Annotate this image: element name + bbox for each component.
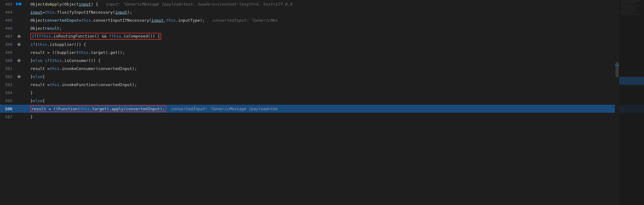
code-line: result = this.invokeFunction(convertedIn… xyxy=(28,81,644,89)
debug-marker-col xyxy=(22,0,28,8)
code-line: } else { xyxy=(28,72,644,81)
breakpoint-col xyxy=(15,97,22,105)
code-line: } else { xyxy=(28,97,644,105)
code-line: result = ((Supplier)this.target).get(); xyxy=(28,48,644,56)
minimap xyxy=(619,0,644,205)
table-row: 506 result = ((Function)this.target).app… xyxy=(0,105,644,113)
debug-col xyxy=(22,113,28,121)
line-number: 504 xyxy=(0,89,15,97)
debug-col xyxy=(22,24,28,32)
code-line: result = ((Function)this.target).apply(c… xyxy=(28,105,644,113)
table-row: 496 Object result; xyxy=(0,24,644,32)
debug-col xyxy=(22,48,28,56)
code-line: } xyxy=(28,89,644,97)
table-row: 502 } else { xyxy=(0,72,644,81)
debug-col xyxy=(22,40,28,48)
line-number: 499 xyxy=(0,48,15,56)
line-number: 494 xyxy=(0,8,15,16)
breakpoint-col xyxy=(15,24,22,32)
line-number: 497 xyxy=(0,32,15,40)
code-line: } else if (this.isConsumer()) { xyxy=(28,56,644,64)
table-row: 494 input = this.fluxifyInputIfNecessary… xyxy=(0,8,644,16)
line-number: 496 xyxy=(0,24,15,32)
scrollbar-track[interactable] xyxy=(615,0,619,205)
debug-col xyxy=(22,81,28,89)
debug-col xyxy=(22,8,28,16)
breakpoint-col xyxy=(15,40,22,48)
line-number: 500 xyxy=(0,56,15,64)
code-line: if (!this.isRoutingFunction() && !this.i… xyxy=(28,32,644,40)
table-row: 500 } else if (this.isConsumer()) { xyxy=(0,56,644,64)
table-row: 504 } xyxy=(0,89,644,97)
code-line: input = this.fluxifyInputIfNecessary(inp… xyxy=(28,8,644,16)
debug-col xyxy=(22,97,28,105)
table-row: 507 } xyxy=(0,113,644,121)
breakpoint-col xyxy=(15,72,22,81)
line-number: 493 xyxy=(0,0,15,8)
scrollbar-position xyxy=(615,65,619,66)
line-number: 507 xyxy=(0,113,15,121)
breakpoint-col xyxy=(15,32,22,40)
debug-col xyxy=(22,105,28,113)
line-number: 505 xyxy=(0,97,15,105)
table-row: 497 if (!this.isRoutingFunction() && !th… xyxy=(0,32,644,40)
line-number: 503 xyxy=(0,81,15,89)
breakpoint-col xyxy=(15,81,22,89)
breakpoint-col xyxy=(15,89,22,97)
debug-col xyxy=(22,89,28,97)
code-line: if (this.isSupplier()) { xyxy=(28,40,644,48)
scrollbar-thumb[interactable] xyxy=(616,62,619,77)
breakpoint-col xyxy=(15,113,22,121)
breakpoint-col xyxy=(15,48,22,56)
code-line: Object result; xyxy=(28,24,644,32)
code-editor: 493 Object doApply(Object input) { input… xyxy=(0,0,644,205)
breakpoint-col xyxy=(15,56,22,64)
debug-col xyxy=(22,72,28,81)
code-line: } xyxy=(28,113,644,121)
breakpoint-col xyxy=(15,16,22,24)
code-line: Object convertedInput = this.convertInpu… xyxy=(28,16,644,24)
debug-col xyxy=(22,16,28,24)
breakpoint-col xyxy=(15,64,22,72)
breakpoint-indicator xyxy=(15,0,22,8)
table-row: 499 result = ((Supplier)this.target).get… xyxy=(0,48,644,56)
breakpoint-col xyxy=(15,8,22,16)
table-row: 501 result = this.invokeConsumer(convert… xyxy=(0,64,644,72)
breakpoint-col xyxy=(15,105,22,113)
code-line: Object doApply(Object input) { input: "G… xyxy=(28,0,644,8)
debug-col xyxy=(22,56,28,64)
line-number: 506 xyxy=(0,105,15,113)
code-line: result = this.invokeConsumer(convertedIn… xyxy=(28,64,644,72)
line-number: 495 xyxy=(0,16,15,24)
table-row: 503 result = this.invokeFunction(convert… xyxy=(0,81,644,89)
line-number: 501 xyxy=(0,64,15,72)
table-row: 495 Object convertedInput = this.convert… xyxy=(0,16,644,24)
line-number: 498 xyxy=(0,40,15,48)
debug-col xyxy=(22,64,28,72)
minimap-highlight xyxy=(619,77,644,85)
table-row: 498 if (this.isSupplier()) { xyxy=(0,40,644,48)
debug-col xyxy=(22,32,28,40)
line-number: 502 xyxy=(0,72,15,81)
table-row: 505 } else { xyxy=(0,97,644,105)
table-row: 493 Object doApply(Object input) { input… xyxy=(0,0,644,8)
